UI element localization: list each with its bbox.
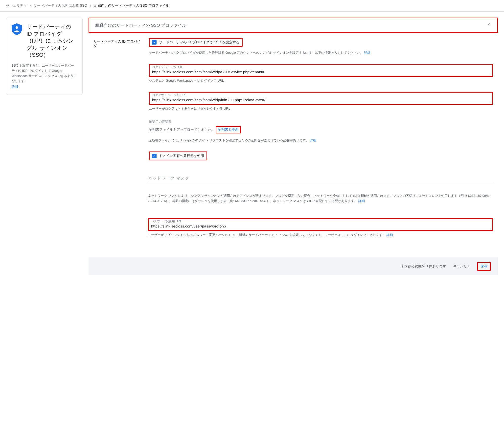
- sso-enable-checkbox[interactable]: ✓: [152, 40, 157, 45]
- logout-url-input[interactable]: https://slink.secioss.com/saml/saml2/idp…: [152, 97, 490, 103]
- side-more-link[interactable]: 詳細: [12, 85, 77, 89]
- main-content: 組織向けのサードパーティの SSO プロファイル ⌃ サードパーティの ID プ…: [89, 18, 498, 275]
- netmask-more-link[interactable]: 詳細: [358, 199, 365, 203]
- logout-url-label: ログアウト ページの URL: [152, 93, 490, 97]
- cert-helper: 証明書ファイルには、Google がログイン リクエストを確認するための公開鍵が…: [149, 138, 309, 142]
- password-url-input[interactable]: https://slink.secioss.com/user/password.…: [151, 224, 490, 229]
- breadcrumb-sep-icon: ›: [90, 3, 91, 7]
- sso-enable-checkbox-row[interactable]: ✓ サードパーティの ID プロバイダで SSO を設定する: [149, 38, 243, 47]
- password-url-helper: ユーザーがリダイレクトされるパスワード変更ページの URL。組織のサードパーティ…: [148, 233, 386, 237]
- breadcrumb-sso-idp[interactable]: サードパーティの IdP による SSO: [34, 3, 87, 7]
- cert-uploaded-text: 証明書ファイルをアップロードしました。: [149, 127, 215, 131]
- domain-issuer-checkbox[interactable]: ✓: [152, 154, 157, 158]
- breadcrumb-sep-icon: ›: [30, 3, 31, 7]
- svg-point-0: [16, 26, 18, 29]
- idp-section-label: サードパーティの ID プロバイダ: [93, 38, 143, 48]
- password-url-label: パスワード変更用 URL: [151, 219, 490, 224]
- domain-issuer-row[interactable]: ✓ ドメイン固有の発行元を使用: [149, 151, 207, 160]
- side-panel-title: サードパーティの ID プロバイダ（IdP）によるシングル サインオン（SSO）: [26, 23, 77, 59]
- breadcrumb-current: 組織向けのサードパーティの SSO プロファイル: [94, 3, 169, 7]
- profile-header[interactable]: 組織向けのサードパーティの SSO プロファイル ⌃: [89, 18, 498, 33]
- save-button[interactable]: 保存: [481, 264, 487, 268]
- logout-url-helper: ユーザーがログアウトするときにリダイレクトする URL: [149, 106, 493, 111]
- sso-enable-helper: サードパーティの ID プロバイダを使用した管理対象 Google アカウントへ…: [149, 51, 363, 54]
- domain-issuer-label: ドメイン固有の発行元を使用: [159, 154, 204, 158]
- breadcrumb: セキュリティ › サードパーティの IdP による SSO › 組織向けのサード…: [0, 0, 504, 12]
- unsaved-changes-text: 未保存の変更が 3 件あります: [401, 264, 446, 269]
- side-panel: サードパーティの ID プロバイダ（IdP）によるシングル サインオン（SSO）…: [6, 18, 83, 95]
- netmask-title: ネットワーク マスク: [148, 175, 493, 183]
- login-url-field[interactable]: ログインページの URL https://slink.secioss.com/s…: [149, 64, 493, 77]
- cert-more-link[interactable]: 詳細: [310, 138, 316, 142]
- login-url-helper: システムと Google Workspace へのログイン用 URL: [149, 78, 493, 83]
- profile-header-title: 組織向けのサードパーティの SSO プロファイル: [95, 23, 186, 28]
- cert-update-link[interactable]: 証明書を更新: [218, 127, 239, 131]
- shield-icon: [12, 23, 22, 35]
- sso-enable-label: サードパーティの ID プロバイダで SSO を設定する: [159, 40, 239, 45]
- password-url-more-link[interactable]: 詳細: [387, 233, 393, 237]
- sso-enable-more-link[interactable]: 詳細: [364, 51, 370, 54]
- chevron-up-icon: ⌃: [487, 22, 491, 28]
- side-panel-desc: SSO を設定すると、ユーザーはサードパーティの IDP でログインして Goo…: [12, 63, 77, 84]
- cancel-button[interactable]: キャンセル: [453, 264, 470, 269]
- footer-bar: 未保存の変更が 3 件あります キャンセル 保存: [89, 257, 498, 275]
- netmask-desc: ネットワーク マスクにより、シングル サインオンが適用されるアドレスが決まります…: [148, 194, 490, 203]
- breadcrumb-security[interactable]: セキュリティ: [6, 3, 27, 7]
- login-url-label: ログインページの URL: [152, 65, 490, 69]
- logout-url-field[interactable]: ログアウト ページの URL https://slink.secioss.com…: [149, 92, 493, 105]
- password-url-field[interactable]: パスワード変更用 URL https://slink.secioss.com/u…: [148, 218, 493, 231]
- login-url-input[interactable]: https://slink.secioss.com/saml/saml2/idp…: [152, 69, 490, 75]
- cert-label: 確認用の証明書: [149, 120, 493, 124]
